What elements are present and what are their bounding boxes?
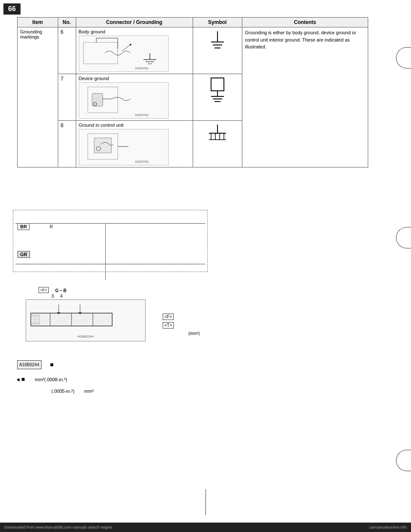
footer-bar: Downloaded from www.Manualslib.com manua… [0,523,411,532]
grounding-table: Item No. Connector / Grounding Symbol Co… [17,17,368,167]
wire-diagram-image: A16B0244 [26,299,146,341]
col-header-contents: Contents [242,18,368,27]
right-decoration-2 [396,227,411,248]
connector-cell-8: Ground in control unit 16X0703 [76,121,193,167]
ref-t: <T> [163,322,174,329]
wire-label-3: 3 [51,294,54,299]
col-header-no: No. [58,18,76,27]
svg-line-4 [122,45,131,51]
wire-label-gb: G – B [55,288,66,293]
footer-right: carmanualsonline.info [369,525,407,529]
wire-diagram-code: A16B0244 [29,335,143,338]
unit-info: (mm²) [188,330,200,338]
svg-rect-26 [94,138,111,153]
item-cell: Grounding markings [18,27,58,167]
ref-f: <F> [163,314,174,320]
br-label: BR [18,223,30,230]
footer-left: Downloaded from www.Manualslib.com manua… [4,525,113,529]
col-header-connector: Connector / Grounding [76,18,193,27]
bottom-note-star: ■ [50,360,54,370]
bottom-formula-3: mm² [84,389,94,394]
no-cell-8: 8 [58,121,76,167]
bottom-text-area: A16B0244 ■ ■ ■ mm²(.0008-in.²) (.0005-in… [17,360,385,395]
right-decoration-3 [396,450,411,471]
body-ground-drawing: 16X0701 [79,36,169,72]
col-header-item: Item [18,18,58,27]
gr-label: GR [18,251,30,258]
page-number: 66 [3,3,21,15]
lower-dashed-region: BR R GR [13,210,208,272]
svg-point-5 [130,44,131,45]
no-cell-6: 6 [58,27,76,74]
col-header-symbol: Symbol [193,18,242,27]
wire-diagram-section: <F> G – B 3 4 A16B0244 [26,287,146,341]
wire-right-info: <F> <T> (mm²) [163,313,200,338]
svg-rect-16 [92,93,103,106]
connector-cell-7: Device ground 16X0702 [76,74,193,121]
table-row: Grounding markings 6 Body ground [18,27,368,74]
symbol-cell-8 [193,121,242,167]
r-label: R [50,224,53,229]
bottom-formula-1: ■ ■ mm²(.0008-in.²) [17,377,67,382]
bottom-formula-2: (.0005-in.²) [51,389,74,394]
wire-label-4: 4 [60,294,63,299]
contents-cell: Grounding is either by body ground, devi… [242,27,368,167]
no-cell-7: 7 [58,74,76,121]
svg-text:16X0701: 16X0701 [135,66,149,70]
bottom-note-code: A16B0244 [17,360,42,369]
svg-text:16X0703: 16X0703 [135,160,149,164]
svg-rect-0 [83,42,118,64]
right-decoration-1 [396,47,411,69]
connector-cell-6: Body ground [76,27,193,74]
device-ground-drawing: 16X0702 [79,82,169,119]
control-unit-ground-drawing: 16X0703 [79,129,169,165]
symbol-cell-7 [193,74,242,121]
svg-text:16X0702: 16X0702 [135,113,149,117]
wire-label-f: <F> [39,287,49,293]
bottom-vertical-line [206,489,206,515]
svg-rect-20 [211,78,224,91]
symbol-cell-6 [193,27,242,74]
